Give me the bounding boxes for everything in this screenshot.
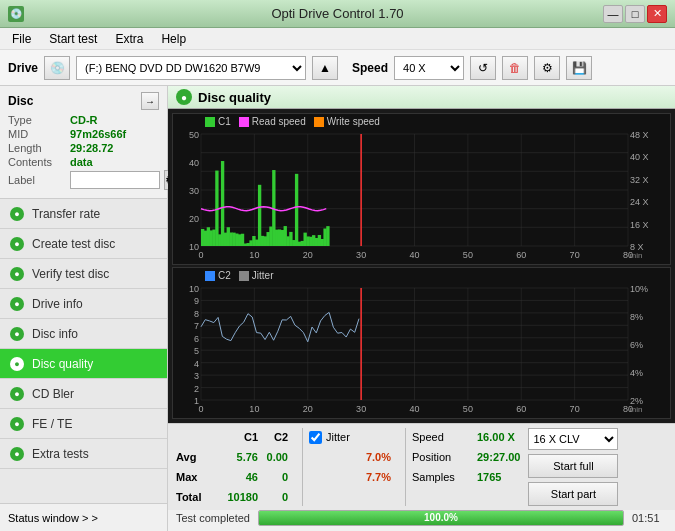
sidebar-item-drive-info[interactable]: ● Drive info bbox=[0, 289, 167, 319]
progress-text: 100.0% bbox=[424, 512, 458, 523]
progress-bar-fill: 100.0% bbox=[259, 511, 623, 525]
max-row: Max 46 0 bbox=[176, 468, 296, 486]
save-btn[interactable]: 💾 bbox=[566, 56, 592, 80]
c2-legend-label: C2 bbox=[218, 270, 231, 281]
main-area: Disc → Type CD-R MID 97m26s66f Length 29… bbox=[0, 86, 675, 503]
drive-icon-btn[interactable]: 💿 bbox=[44, 56, 70, 80]
sidebar-item-fe-te[interactable]: ● FE / TE bbox=[0, 409, 167, 439]
chart1-canvas bbox=[173, 114, 670, 264]
drive-select[interactable]: (F:) BENQ DVD DD DW1620 B7W9 bbox=[76, 56, 306, 80]
total-c2-value: 0 bbox=[266, 491, 296, 503]
disc-quality-icon: ● bbox=[10, 357, 24, 371]
samples-label: Samples bbox=[412, 471, 477, 483]
mid-value: 97m26s66f bbox=[70, 128, 126, 140]
status-time: 01:51 bbox=[632, 512, 667, 524]
menu-start-test[interactable]: Start test bbox=[41, 30, 105, 48]
right-controls: 16 X CLV Start full Start part bbox=[528, 428, 618, 506]
c1-header: C1 bbox=[216, 431, 266, 443]
app-icon: 💿 bbox=[8, 6, 24, 22]
write-legend-label: Write speed bbox=[327, 116, 380, 127]
extra-tests-icon: ● bbox=[10, 447, 24, 461]
disc-info-header: Disc → bbox=[8, 92, 159, 110]
minimize-button[interactable]: — bbox=[603, 5, 623, 23]
maximize-button[interactable]: □ bbox=[625, 5, 645, 23]
menu-help[interactable]: Help bbox=[153, 30, 194, 48]
chart1-legend: C1 Read speed Write speed bbox=[205, 116, 380, 127]
title-bar: 💿 Opti Drive Control 1.70 — □ ✕ bbox=[0, 0, 675, 28]
eject-btn[interactable]: ▲ bbox=[312, 56, 338, 80]
length-label: Length bbox=[8, 142, 66, 154]
type-value: CD-R bbox=[70, 114, 98, 126]
fe-te-label: FE / TE bbox=[32, 417, 72, 431]
c1-color bbox=[205, 117, 215, 127]
jitter-legend-label: Jitter bbox=[252, 270, 274, 281]
start-part-button[interactable]: Start part bbox=[528, 482, 618, 506]
c2-chart: C2 Jitter bbox=[172, 267, 671, 419]
disc-info-label: Disc info bbox=[32, 327, 78, 341]
erase-btn[interactable]: 🗑 bbox=[502, 56, 528, 80]
sidebar-item-extra-tests[interactable]: ● Extra tests bbox=[0, 439, 167, 469]
total-label: Total bbox=[176, 491, 216, 503]
status-right: Test completed 100.0% 01:51 bbox=[168, 504, 675, 531]
read-color bbox=[239, 117, 249, 127]
drive-bar: Drive 💿 (F:) BENQ DVD DD DW1620 B7W9 ▲ S… bbox=[0, 50, 675, 86]
status-bar: Status window > > Test completed 100.0% … bbox=[0, 503, 675, 531]
start-full-button[interactable]: Start full bbox=[528, 454, 618, 478]
disc-mid-row: MID 97m26s66f bbox=[8, 128, 159, 140]
jitter-checkbox[interactable] bbox=[309, 431, 322, 444]
max-label: Max bbox=[176, 471, 216, 483]
title-bar-left: 💿 bbox=[8, 6, 24, 22]
sidebar-item-transfer-rate[interactable]: ● Transfer rate bbox=[0, 199, 167, 229]
scan-btn[interactable]: ⚙ bbox=[534, 56, 560, 80]
stats-bar: C1 C2 Avg 5.76 0.00 Max 46 0 Total 10180… bbox=[168, 423, 675, 510]
position-row: Position 29:27.00 bbox=[412, 448, 520, 466]
menu-extra[interactable]: Extra bbox=[107, 30, 151, 48]
menu-file[interactable]: File bbox=[4, 30, 39, 48]
disc-contents-row: Contents data bbox=[8, 156, 159, 168]
avg-c2-value: 0.00 bbox=[266, 451, 296, 463]
jitter-color bbox=[239, 271, 249, 281]
sidebar-item-verify-test-disc[interactable]: ● Verify test disc bbox=[0, 259, 167, 289]
close-button[interactable]: ✕ bbox=[647, 5, 667, 23]
status-window-button[interactable]: Status window > > bbox=[0, 504, 168, 531]
stats-header-row: C1 C2 bbox=[176, 428, 296, 446]
sidebar-item-disc-info[interactable]: ● Disc info bbox=[0, 319, 167, 349]
jitter-avg-value: 7.0% bbox=[349, 451, 399, 463]
mid-label: MID bbox=[8, 128, 66, 140]
sidebar-item-cd-bler[interactable]: ● CD Bler bbox=[0, 379, 167, 409]
speed-row: Speed 16.00 X bbox=[412, 428, 520, 446]
menu-bar: File Start test Extra Help bbox=[0, 28, 675, 50]
sidebar: Disc → Type CD-R MID 97m26s66f Length 29… bbox=[0, 86, 168, 503]
disc-info-panel: Disc → Type CD-R MID 97m26s66f Length 29… bbox=[0, 86, 167, 199]
speed-label: Speed bbox=[352, 61, 388, 75]
c2-color bbox=[205, 271, 215, 281]
sidebar-item-create-test-disc[interactable]: ● Create test disc bbox=[0, 229, 167, 259]
total-c1-value: 10180 bbox=[216, 491, 266, 503]
refresh-btn[interactable]: ↺ bbox=[470, 56, 496, 80]
disc-label-row: Label ⚙ bbox=[8, 170, 159, 190]
disc-length-row: Length 29:28.72 bbox=[8, 142, 159, 154]
avg-label: Avg bbox=[176, 451, 216, 463]
position-value: 29:27.00 bbox=[477, 451, 520, 463]
jitter-legend: Jitter bbox=[239, 270, 274, 281]
max-c1-value: 46 bbox=[216, 471, 266, 483]
speed-stat-value: 16.00 X bbox=[477, 431, 515, 443]
contents-value: data bbox=[70, 156, 93, 168]
samples-row: Samples 1765 bbox=[412, 468, 520, 486]
disc-info-icon: ● bbox=[10, 327, 24, 341]
c2-header: C2 bbox=[266, 431, 296, 443]
disc-quality-label: Disc quality bbox=[32, 357, 93, 371]
speed-clv-select[interactable]: 16 X CLV bbox=[528, 428, 618, 450]
write-legend: Write speed bbox=[314, 116, 380, 127]
c1-chart: C1 Read speed Write speed bbox=[172, 113, 671, 265]
jitter-max-value: 7.7% bbox=[349, 471, 399, 483]
write-color bbox=[314, 117, 324, 127]
disc-section-title: Disc bbox=[8, 94, 33, 108]
speed-select[interactable]: 40 X bbox=[394, 56, 464, 80]
c1-legend-label: C1 bbox=[218, 116, 231, 127]
type-label: Type bbox=[8, 114, 66, 126]
sidebar-item-disc-quality[interactable]: ● Disc quality bbox=[0, 349, 167, 379]
disc-arrow-btn[interactable]: → bbox=[141, 92, 159, 110]
label-input[interactable] bbox=[70, 171, 160, 189]
read-legend: Read speed bbox=[239, 116, 306, 127]
